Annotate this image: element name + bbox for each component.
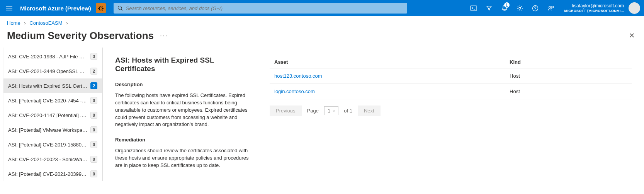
remediation-text: Organizations should review the certific… <box>115 147 254 169</box>
feedback-button[interactable] <box>544 0 558 16</box>
col-asset[interactable]: Asset <box>270 56 505 68</box>
sidelist-item-label: ASI: [Potential] CVE-2019-15880 -... <box>8 142 87 148</box>
sidelist-item[interactable]: ASI: CVE-2021-20023 - SonicWall ...0 <box>3 152 102 167</box>
sidelist-item[interactable]: ASI: [Potential] CVE-2019-15880 -...0 <box>3 137 102 152</box>
more-button[interactable]: ··· <box>160 32 168 40</box>
kind-cell: Host <box>505 68 632 84</box>
content: ASI: CVE-2020-1938 - AJP File Re...3ASI:… <box>0 48 644 181</box>
page-header: Medium Severity Observations ··· ✕ <box>0 27 644 48</box>
sidelist-item-count: 0 <box>90 156 97 163</box>
svg-point-5 <box>549 6 551 8</box>
svg-point-0 <box>99 7 102 10</box>
hamburger-icon <box>6 6 12 10</box>
sidelist-item[interactable]: ASI: CVE-2021-3449 OpenSSL De...2 <box>3 64 102 78</box>
kind-cell: Host <box>505 84 632 99</box>
asset-table: Asset Kind host123.contoso.comHostlogin.… <box>270 56 632 99</box>
account-email: lisataylor@microsoft.com <box>572 3 624 9</box>
preview-bug-button[interactable] <box>96 3 106 13</box>
prev-button[interactable]: Previous <box>270 106 302 116</box>
account-block[interactable]: lisataylor@microsoft.com MICROSOFT (MICR… <box>561 3 626 13</box>
breadcrumb-sep: › <box>24 20 25 26</box>
sidelist-item-count: 2 <box>90 68 97 75</box>
breadcrumb-home[interactable]: Home <box>7 20 20 26</box>
svg-rect-2 <box>471 6 477 10</box>
top-bar: Microsoft Azure (Preview) 1 lisataylor <box>0 0 644 16</box>
directories-button[interactable] <box>482 0 496 16</box>
next-button[interactable]: Next <box>358 106 381 116</box>
sidelist-item[interactable]: ASI: CVE-2020-1938 - AJP File Re...3 <box>3 49 102 64</box>
top-icons: 1 <box>466 0 561 16</box>
detail-left: ASI: Hosts with Expired SSL Certificates… <box>115 56 254 181</box>
breadcrumb-workspace[interactable]: ContosoEASM <box>29 20 62 26</box>
settings-button[interactable] <box>513 0 527 16</box>
detail-right: Asset Kind host123.contoso.comHostlogin.… <box>270 56 632 181</box>
sidelist-item-label: ASI: CVE-2020-1938 - AJP File Re... <box>8 54 87 60</box>
sidelist-item-label: ASI: CVE-2021-3449 OpenSSL De... <box>8 68 87 74</box>
sidelist-item[interactable]: ASI: Hosts with Expired SSL Certifi...2 <box>3 78 102 93</box>
detail-pane: ASI: Hosts with Expired SSL Certificates… <box>103 48 641 181</box>
search-bar[interactable] <box>114 3 407 14</box>
sidelist-item-count: 0 <box>90 126 97 133</box>
help-button[interactable] <box>528 0 543 16</box>
table-row: host123.contoso.comHost <box>270 68 632 84</box>
asset-link[interactable]: host123.contoso.com <box>274 73 322 79</box>
notification-badge: 1 <box>504 2 510 8</box>
sidelist-item-count: 2 <box>90 82 97 89</box>
sidelist-item[interactable]: ASI: [Potential] CVE-2020-7454 - ...0 <box>3 93 102 108</box>
description-text: The following hosts have expired SSL Cer… <box>115 92 254 128</box>
sidelist-item-label: ASI: CVE-2021-20023 - SonicWall ... <box>8 157 87 162</box>
cloud-shell-button[interactable] <box>466 0 481 16</box>
search-wrap <box>110 3 466 14</box>
detail-title: ASI: Hosts with Expired SSL Certificates <box>115 56 254 73</box>
search-input[interactable] <box>126 5 403 11</box>
help-icon <box>532 5 539 12</box>
sidelist-item-count: 0 <box>90 170 97 177</box>
brand-label: Microsoft Azure (Preview) <box>19 5 96 12</box>
sidelist-item-label: ASI: Hosts with Expired SSL Certifi... <box>8 83 87 89</box>
sidelist-item[interactable]: ASI: CVE-2020-1147 [Potential] .N...0 <box>3 108 102 123</box>
search-icon <box>117 5 123 11</box>
sidelist-item-count: 3 <box>90 53 97 60</box>
menu-button[interactable] <box>0 0 19 16</box>
sidelist-item-label: ASI: [Potential] CVE-2021-20399 -... <box>8 171 87 177</box>
page-select[interactable]: 1 <box>324 106 338 115</box>
sidelist-item-label: ASI: CVE-2020-1147 [Potential] .N... <box>8 112 87 118</box>
remediation-heading: Remediation <box>115 137 254 143</box>
svg-point-3 <box>519 7 521 9</box>
observation-list: ASI: CVE-2020-1938 - AJP File Re...3ASI:… <box>3 48 103 181</box>
sidelist-item-count: 0 <box>90 141 97 148</box>
sidelist-item-count: 0 <box>90 97 97 104</box>
sidelist-item[interactable]: ASI: [Potential] CVE-2021-20399 -...0 <box>3 167 102 181</box>
svg-point-1 <box>118 6 121 10</box>
sidelist-item[interactable]: ASI: [Potential] VMware Workspac...0 <box>3 123 102 137</box>
breadcrumb: Home › ContosoEASM › <box>0 16 644 27</box>
bug-icon <box>98 5 104 11</box>
cloud-shell-icon <box>470 5 477 11</box>
page-title: Medium Severity Observations <box>7 30 154 42</box>
gear-icon <box>517 5 523 12</box>
asset-link[interactable]: login.contoso.com <box>274 88 315 94</box>
table-row: login.contoso.comHost <box>270 84 632 99</box>
page-label: Page <box>307 108 319 114</box>
sidelist-item-count: 0 <box>90 112 97 119</box>
pager: Previous Page 1 of 1 Next <box>270 106 632 116</box>
account-directory: MICROSOFT (MICROSOFT.ONMI... <box>564 9 624 13</box>
avatar[interactable] <box>629 2 640 14</box>
person-feedback-icon <box>547 5 554 12</box>
close-button[interactable]: ✕ <box>627 29 637 42</box>
of-label: of 1 <box>344 108 352 114</box>
sidelist-item-label: ASI: [Potential] VMware Workspac... <box>8 127 87 133</box>
breadcrumb-sep: › <box>66 20 68 26</box>
col-kind[interactable]: Kind <box>505 56 632 68</box>
description-heading: Description <box>115 82 254 87</box>
notifications-button[interactable]: 1 <box>497 0 512 16</box>
sidelist-item-label: ASI: [Potential] CVE-2020-7454 - ... <box>8 98 87 104</box>
filter-icon <box>486 5 492 11</box>
